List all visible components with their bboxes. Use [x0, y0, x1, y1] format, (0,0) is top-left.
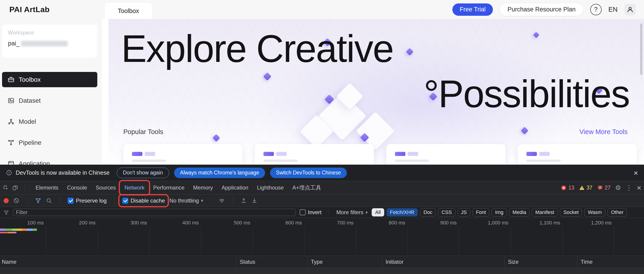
- popular-tools-row: Popular Tools View More Tools: [123, 128, 628, 136]
- filter-chip-all[interactable]: All: [372, 208, 384, 216]
- column-label: Type: [311, 259, 323, 265]
- timeline-label: 100 ms: [10, 220, 44, 226]
- devtools-tab-console[interactable]: Console: [63, 181, 92, 194]
- sidebar-item-toolbox[interactable]: Toolbox: [2, 72, 97, 87]
- column-header-time[interactable]: Time: [577, 256, 644, 267]
- view-more-tools-link[interactable]: View More Tools: [579, 128, 628, 136]
- tool-card[interactable]: [518, 144, 637, 165]
- sidebar-item-pipeline[interactable]: Pipeline: [2, 135, 97, 150]
- preserve-log-group[interactable]: Preserve log: [68, 198, 107, 204]
- workspace-card[interactable]: Workspace pai_: [2, 25, 97, 58]
- warning-icon: [579, 185, 585, 191]
- filter-chip-fetch-xhr[interactable]: Fetch/XHR: [386, 208, 418, 216]
- error-count-badge[interactable]: 13: [560, 185, 574, 191]
- timeline-label: 900 ms: [422, 220, 457, 226]
- invert-filter-group[interactable]: Invert: [300, 209, 322, 216]
- notification-close-icon[interactable]: ×: [634, 169, 638, 177]
- network-conditions-icon[interactable]: [219, 198, 225, 204]
- page-scrollbar[interactable]: [640, 24, 642, 75]
- settings-gear-icon[interactable]: ⚙: [615, 185, 621, 191]
- notification-button-switch-devtools-to-chinese[interactable]: Switch DevTools to Chinese: [270, 168, 347, 178]
- sidebar-item-label: Model: [19, 118, 36, 125]
- clear-network-log-icon[interactable]: [13, 198, 19, 204]
- issues-count-badge[interactable]: 27: [597, 185, 611, 191]
- devtools-tab-network[interactable]: Network: [120, 181, 149, 194]
- column-header-name[interactable]: Name: [0, 256, 236, 267]
- more-filters-dropdown[interactable]: More filters ▾: [336, 209, 368, 216]
- waterfall-segment: [6, 229, 12, 231]
- network-overview-timeline[interactable]: 100 ms200 ms300 ms400 ms500 ms600 ms700 …: [0, 218, 644, 256]
- filter-chip-wasm[interactable]: Wasm: [584, 208, 605, 216]
- column-header-status[interactable]: Status: [236, 256, 308, 267]
- column-header-type[interactable]: Type: [308, 256, 382, 267]
- filter-toggle-icon[interactable]: [35, 198, 41, 204]
- record-network-log-button[interactable]: [4, 198, 9, 203]
- filter-input[interactable]: [13, 209, 296, 216]
- column-header-initiator[interactable]: Initiator: [382, 256, 504, 267]
- error-icon: [560, 185, 567, 191]
- tool-icon-secondary: [145, 152, 155, 156]
- export-har-icon[interactable]: [251, 198, 258, 204]
- filter-chips: AllFetch/XHRDocCSSJSFontImgMediaManifest…: [372, 208, 627, 216]
- devtools-tab-lighthouse[interactable]: Lighthouse: [253, 181, 288, 194]
- sidebar-item-application[interactable]: Application: [2, 156, 97, 165]
- filter-chip-socket[interactable]: Socket: [560, 208, 582, 216]
- devtools-tab-a[interactable]: A+埋点工具: [288, 181, 326, 194]
- notification-button-don-t-show-again[interactable]: Don't show again: [117, 168, 169, 178]
- toolbox-icon: [8, 76, 14, 83]
- workspace-label: Workspace: [8, 30, 92, 36]
- filter-chip-img[interactable]: Img: [492, 208, 507, 216]
- sidebar-item-model[interactable]: Model: [2, 114, 97, 129]
- site-header: PAI ArtLab Free Trial Purchase Resource …: [0, 0, 644, 19]
- network-toolbar: Preserve log Disable cache No throttling…: [0, 195, 644, 207]
- devtools-tab-performance[interactable]: Performance: [149, 181, 189, 194]
- hero-title-line2: °Possibilities: [424, 75, 630, 113]
- filter-chip-other[interactable]: Other: [608, 208, 627, 216]
- throttling-select[interactable]: No throttling ▾: [169, 198, 203, 204]
- timeline-gridline: [46, 227, 46, 256]
- help-icon[interactable]: ?: [590, 4, 602, 15]
- tool-card-text-skeleton: [132, 160, 166, 162]
- timeline-label: 600 ms: [268, 220, 302, 226]
- devtools-tab-application[interactable]: Application: [217, 181, 252, 194]
- purchase-resource-plan-button[interactable]: Purchase Resource Plan: [500, 4, 584, 16]
- tool-card[interactable]: [255, 144, 374, 165]
- sidebar-item-dataset[interactable]: Dataset: [2, 93, 97, 108]
- disable-cache-group[interactable]: Disable cache: [122, 198, 165, 204]
- disable-cache-checkbox[interactable]: [122, 198, 128, 204]
- application-icon: [8, 160, 14, 165]
- column-header-size[interactable]: Size: [504, 256, 577, 267]
- tool-icon: [264, 152, 274, 156]
- filter-chip-font[interactable]: Font: [472, 208, 489, 216]
- devtools-tab-elements[interactable]: Elements: [31, 181, 63, 194]
- user-avatar[interactable]: [624, 4, 636, 15]
- warning-count-badge[interactable]: 37: [579, 185, 592, 191]
- filter-chip-manifest[interactable]: Manifest: [532, 208, 558, 216]
- device-toolbar-icon[interactable]: [12, 185, 18, 191]
- tool-icon: [526, 152, 537, 156]
- import-har-icon[interactable]: [241, 198, 247, 204]
- filter-chip-js[interactable]: JS: [458, 208, 470, 216]
- overview-waterfall-strip: [0, 229, 37, 231]
- language-selector[interactable]: EN: [608, 6, 618, 13]
- notification-button-always-match-chrome-s-language[interactable]: Always match Chrome's language: [174, 168, 265, 178]
- tool-card[interactable]: [386, 144, 506, 165]
- filter-chip-media[interactable]: Media: [509, 208, 530, 216]
- filter-chip-doc[interactable]: Doc: [420, 208, 436, 216]
- devtools-tab-bar: ElementsConsoleSourcesNetworkPerformance…: [0, 181, 644, 195]
- filter-chip-css[interactable]: CSS: [438, 208, 455, 216]
- search-icon[interactable]: [46, 198, 52, 204]
- devtools-close-icon[interactable]: ×: [637, 184, 641, 192]
- preserve-log-checkbox[interactable]: [68, 198, 74, 204]
- invert-checkbox[interactable]: [300, 209, 306, 215]
- kebab-menu-icon[interactable]: ⋮: [626, 185, 632, 191]
- devtools-tab-sources[interactable]: Sources: [92, 181, 120, 194]
- free-trial-button[interactable]: Free Trial: [452, 4, 493, 16]
- devtools-tab-memory[interactable]: Memory: [189, 181, 218, 194]
- tool-card[interactable]: [123, 144, 242, 165]
- divider: [60, 197, 60, 204]
- inspect-element-icon[interactable]: [3, 185, 9, 191]
- main-content: Explore Creative °Possibilities Popular …: [102, 19, 644, 165]
- sidebar-item-label: Toolbox: [19, 76, 41, 83]
- invert-label: Invert: [308, 209, 322, 216]
